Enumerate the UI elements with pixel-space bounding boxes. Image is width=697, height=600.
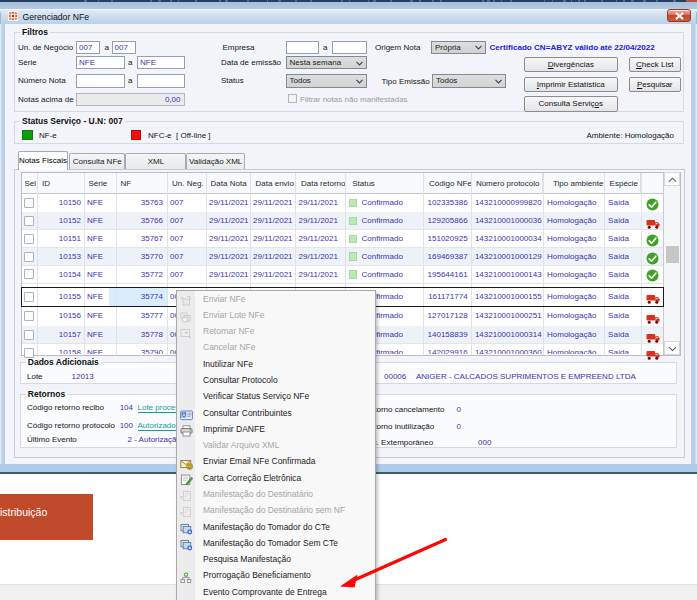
svg-text:A: A — [182, 411, 186, 417]
svg-text:@: @ — [186, 463, 191, 469]
